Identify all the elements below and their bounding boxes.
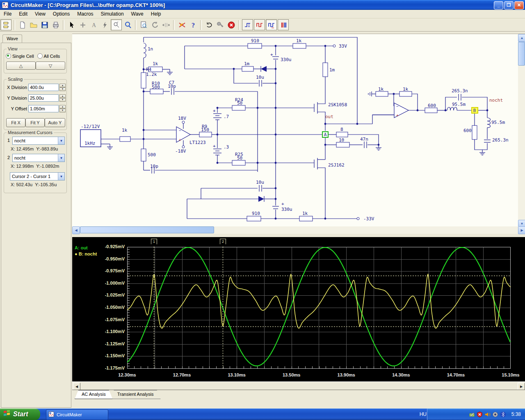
parts-browser-icon[interactable]	[0, 19, 11, 30]
x-division-input[interactable]	[28, 84, 59, 91]
save-icon[interactable]	[39, 20, 50, 30]
waveform-plot[interactable]	[127, 246, 511, 371]
lightning-tool-icon[interactable]	[100, 20, 110, 30]
scroll-right-icon[interactable]: ▶	[518, 383, 525, 390]
y-offset-spinner[interactable]: ▲▼	[59, 105, 66, 112]
wave-square-blue-icon[interactable]	[266, 19, 277, 30]
view-groupbox: View Single Cell All Cells △ ▽	[4, 49, 67, 73]
y-division-input[interactable]	[28, 94, 59, 102]
cursor-1-signal-select[interactable]: nocht ▼	[12, 137, 65, 145]
menu-file[interactable]: File	[0, 10, 15, 18]
menu-edit[interactable]: Edit	[15, 10, 31, 18]
waveform-hscrollbar[interactable]: ◀ ▶	[72, 381, 525, 390]
menu-view[interactable]: View	[31, 10, 49, 18]
wire-check-icon[interactable]	[177, 20, 187, 30]
schematic-area[interactable]: −+−+1n1kR41.2kR10500C710p9101k33V+330u1m…	[72, 34, 525, 227]
chevron-down-icon[interactable]: ▼	[58, 173, 64, 180]
auto-y-button[interactable]: Auto Y	[45, 118, 65, 127]
toolbar-separator	[238, 20, 240, 30]
preview-icon[interactable]	[139, 20, 149, 30]
y-tick-label: -1.000mV	[84, 281, 125, 285]
scroll-left-icon[interactable]: ◀	[73, 383, 80, 390]
scroll-left-icon[interactable]: ◀	[72, 226, 80, 234]
start-button[interactable]: Start	[0, 409, 40, 420]
bluetooth-icon[interactable]	[500, 411, 506, 418]
close-button[interactable]: ✕	[514, 1, 524, 9]
taskbar-item-circuitmaker[interactable]: CircuitMaker	[46, 409, 108, 420]
scroll-right-icon[interactable]: ▶	[518, 226, 525, 234]
schematic-hscrollbar[interactable]: ◀ ▶	[72, 226, 525, 234]
svg-text:1n: 1n	[148, 46, 153, 52]
probe-tool-icon[interactable]	[111, 19, 122, 30]
tab-transient-analysis[interactable]: Transient Analysis	[110, 390, 161, 399]
open-folder-icon[interactable]	[28, 20, 39, 30]
security-shield-icon[interactable]	[477, 411, 483, 418]
restore-button[interactable]: ❐	[504, 1, 514, 9]
fit-y-button[interactable]: Fit Y	[25, 118, 45, 127]
wave-step-icon[interactable]	[242, 19, 253, 30]
tab-ac-analysis[interactable]: AC Analysis	[75, 390, 113, 399]
tablet-pen-icon[interactable]	[469, 411, 475, 418]
expand-tool-icon[interactable]	[161, 20, 171, 30]
chevron-down-icon[interactable]: ▼	[58, 137, 64, 144]
minimize-button[interactable]: _	[494, 1, 503, 9]
toolbar-separator	[135, 20, 137, 30]
x-division-spinner[interactable]: ▲▼	[59, 84, 66, 91]
cursor-flag-2[interactable]: 2	[220, 239, 226, 247]
cursor-2-signal-select[interactable]: nocht ▼	[12, 154, 65, 162]
x-tick-label: 12.30ms	[116, 372, 139, 377]
svg-text:10p: 10p	[168, 84, 176, 89]
menu-help[interactable]: Help	[147, 10, 165, 18]
circuitmaker-window: CircuitMaker - [C:\Program Files\...\buf…	[0, 0, 525, 420]
volume-icon[interactable]	[484, 411, 491, 418]
cell-down-button[interactable]: ▽	[36, 62, 65, 70]
radio-all-cells[interactable]: All Cells	[37, 53, 60, 59]
schematic-vscrollbar[interactable]: ▲ ▼	[518, 34, 525, 227]
reset-tool-icon[interactable]	[204, 20, 214, 30]
help-icon[interactable]: ?	[188, 20, 198, 30]
schematic-canvas[interactable]: −+−+1n1kR41.2kR10500C710p9101k33V+330u1m…	[72, 34, 518, 228]
cursor-flag-1[interactable]: 1	[151, 239, 157, 247]
text-tool-icon[interactable]: A	[89, 20, 99, 30]
menu-options[interactable]: Options	[49, 10, 73, 18]
scroll-up-icon[interactable]: ▲	[518, 34, 525, 42]
toolbar-separator	[200, 20, 202, 30]
plus-tool-icon[interactable]	[78, 20, 88, 30]
y-division-spinner[interactable]: ▲▼	[59, 94, 66, 102]
select-arrow-icon[interactable]	[66, 20, 77, 30]
new-document-icon[interactable]	[17, 20, 27, 30]
y-tick-label: -0.925mV	[84, 244, 125, 249]
x-tick-label: 15.10ms	[499, 372, 522, 377]
cell-up-button[interactable]: △	[6, 62, 36, 70]
analysis-tabs: AC AnalysisTransient Analysis	[72, 390, 525, 401]
svg-text:-33V: -33V	[363, 216, 374, 221]
y-division-label: Y Division	[6, 96, 27, 100]
chevron-down-icon[interactable]: ▼	[58, 154, 64, 162]
svg-text:+: +	[179, 138, 181, 142]
radio-single-cell[interactable]: Single Cell	[6, 53, 34, 59]
legend-b--nocht[interactable]: ● B: nocht	[75, 251, 97, 256]
svg-text:600: 600	[463, 128, 472, 133]
scaling-group-label: Scaling	[7, 77, 24, 82]
zoom-tool-icon[interactable]	[123, 20, 133, 30]
stop-simulation-icon[interactable]	[226, 20, 236, 30]
language-indicator[interactable]: HU	[420, 409, 427, 420]
menu-wave[interactable]: Wave	[128, 10, 147, 18]
menu-simulation[interactable]: Simulation	[97, 10, 128, 18]
fit-x-button[interactable]: Fit X	[6, 118, 25, 127]
wrench-tool-icon[interactable]	[215, 20, 225, 30]
menu-macros[interactable]: Macros	[73, 10, 97, 18]
title-bar[interactable]: CircuitMaker - [C:\Program Files\...\buf…	[0, 0, 525, 10]
cursor-delta-select[interactable]: Cursor 2 - Cursor 1 ▼	[10, 172, 65, 180]
vscroll-thumb[interactable]	[518, 42, 525, 66]
wave-bars-icon[interactable]	[278, 19, 289, 30]
tab-wave[interactable]: Wave	[2, 34, 22, 43]
y-offset-input[interactable]	[28, 105, 59, 112]
svg-text:-18V: -18V	[175, 148, 186, 154]
camera-icon[interactable]	[492, 411, 498, 418]
rotate-tool-icon[interactable]	[150, 20, 160, 30]
hscroll-thumb[interactable]	[80, 226, 214, 233]
toolbar-separator	[63, 20, 64, 30]
wave-square-red-icon[interactable]	[254, 19, 265, 30]
print-icon[interactable]	[50, 20, 61, 30]
